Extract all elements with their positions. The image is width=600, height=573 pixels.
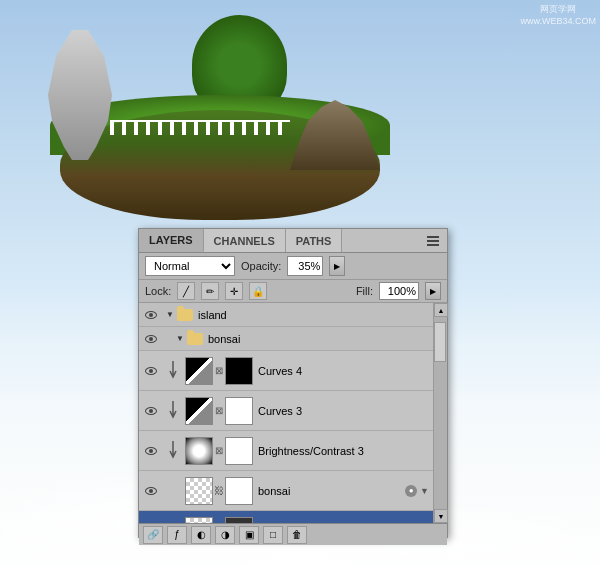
thumb-link-icon: ⊠ — [215, 437, 223, 465]
panel-bottom-toolbar: 🔗 ƒ ◐ ◑ ▣ □ 🗑 — [139, 523, 447, 545]
layer-thumb-mask — [225, 517, 253, 524]
eye-toggle[interactable] — [141, 431, 161, 470]
fence — [110, 120, 290, 135]
eye-toggle[interactable] — [141, 471, 161, 510]
fill-arrow-button[interactable]: ▶ — [425, 282, 441, 300]
layer-row[interactable]: ⊠ Curves 3 — [139, 391, 433, 431]
layer-thumb-image — [185, 517, 213, 524]
layer-name: bonsai — [203, 333, 433, 345]
eye-toggle[interactable] — [141, 391, 161, 430]
layer-thumb-mask — [225, 477, 253, 505]
eye-toggle[interactable] — [141, 351, 161, 390]
layer-option-icon[interactable]: ● — [405, 485, 417, 497]
panel-menu-button[interactable] — [427, 233, 443, 249]
link-icon-button[interactable]: 🔗 — [143, 526, 163, 544]
tab-layers[interactable]: LAYERS — [139, 229, 204, 252]
thumb-link-icon: ⛓ — [215, 477, 223, 505]
opacity-arrow-button[interactable]: ▶ — [329, 256, 345, 276]
layer-thumbnails: ⊠ — [185, 397, 253, 425]
scrollbar: ▲ ▼ — [433, 303, 447, 523]
layers-scroll-area: ▼ island ▼ bonsai — [139, 303, 447, 523]
opacity-label: Opacity: — [241, 260, 281, 272]
new-adjustment-button[interactable]: ◑ — [215, 526, 235, 544]
layer-row[interactable]: ⊠ Curves 4 — [139, 351, 433, 391]
lock-row: Lock: ╱ ✏ ✛ 🔒 Fill: ▶ — [139, 280, 447, 303]
eye-toggle[interactable] — [141, 511, 161, 523]
menu-line — [427, 240, 439, 242]
add-mask-button[interactable]: ◐ — [191, 526, 211, 544]
layer-thumb-adjustment — [185, 357, 213, 385]
layer-name: island — [193, 309, 433, 321]
menu-line — [427, 244, 439, 246]
fill-label: Fill: — [356, 285, 373, 297]
folder-icon — [177, 309, 193, 321]
layer-options: ● ▼ — [405, 485, 433, 497]
layer-thumb-image — [185, 477, 213, 505]
collapse-arrow[interactable]: ▼ — [165, 310, 175, 320]
layer-thumb-adjustment — [185, 437, 213, 465]
blend-mode-row: Normal Multiply Screen Overlay Opacity: … — [139, 253, 447, 280]
thumb-link-icon: ⊠ — [215, 397, 223, 425]
new-layer-button[interactable]: □ — [263, 526, 283, 544]
layer-option-arrow[interactable]: ▼ — [420, 486, 429, 496]
menu-line — [427, 236, 439, 238]
eye-toggle[interactable] — [141, 303, 161, 326]
thumb-link-icon: ⛓ — [215, 517, 223, 524]
add-style-button[interactable]: ƒ — [167, 526, 187, 544]
layer-row[interactable]: ⊠ Brightness/Contrast 3 — [139, 431, 433, 471]
layer-row[interactable]: ▼ island — [139, 303, 433, 327]
layer-thumbnails: ⛓ — [185, 477, 253, 505]
layer-thumbnails: ⛓ — [185, 517, 253, 524]
collapse-arrow[interactable]: ▼ — [175, 334, 185, 344]
new-group-button[interactable]: ▣ — [239, 526, 259, 544]
layer-row[interactable]: ▼ bonsai — [139, 327, 433, 351]
blend-mode-select[interactable]: Normal Multiply Screen Overlay — [145, 256, 235, 276]
scroll-thumb[interactable] — [434, 322, 446, 362]
watermark: 网页学网 www.WEB34.COM — [520, 4, 596, 27]
layer-thumb-mask — [225, 437, 253, 465]
lock-pixels-button[interactable]: ✏ — [201, 282, 219, 300]
clipping-arrow-icon — [168, 401, 178, 421]
layer-name: Brightness/Contrast 3 — [253, 445, 433, 457]
eye-toggle[interactable] — [141, 327, 161, 350]
lock-position-button[interactable]: ✛ — [225, 282, 243, 300]
lock-label: Lock: — [145, 285, 171, 297]
layer-name: Curves 4 — [253, 365, 433, 377]
scroll-down-button[interactable]: ▼ — [434, 509, 448, 523]
layer-row[interactable]: ⛓ bonsai ● ▼ — [139, 471, 433, 511]
layer-name: bonsai — [253, 485, 405, 497]
layer-thumb-mask — [225, 357, 253, 385]
layer-thumbnails: ⊠ — [185, 437, 253, 465]
layer-row[interactable]: ⛓ shadow ● ▼ — [139, 511, 433, 523]
panel-tabs: LAYERS CHANNELS PATHS — [139, 229, 447, 253]
layer-thumb-mask — [225, 397, 253, 425]
lock-all-button[interactable]: 🔒 — [249, 282, 267, 300]
tab-channels[interactable]: CHANNELS — [204, 229, 286, 252]
layers-panel: LAYERS CHANNELS PATHS Normal Multiply Sc… — [138, 228, 448, 538]
layers-content: ▼ island ▼ bonsai — [139, 303, 433, 523]
clipping-arrow-icon — [168, 361, 178, 381]
fill-input[interactable] — [379, 282, 419, 300]
delete-layer-button[interactable]: 🗑 — [287, 526, 307, 544]
layer-thumb-adjustment — [185, 397, 213, 425]
scroll-up-button[interactable]: ▲ — [434, 303, 448, 317]
lock-transparency-button[interactable]: ╱ — [177, 282, 195, 300]
island-scene — [30, 10, 410, 240]
scroll-track[interactable] — [434, 317, 447, 509]
thumb-link-icon: ⊠ — [215, 357, 223, 385]
clipping-arrow-icon — [168, 441, 178, 461]
folder-icon — [187, 333, 203, 345]
layer-thumbnails: ⊠ — [185, 357, 253, 385]
tab-paths[interactable]: PATHS — [286, 229, 343, 252]
opacity-input[interactable] — [287, 256, 323, 276]
layer-name: Curves 3 — [253, 405, 433, 417]
